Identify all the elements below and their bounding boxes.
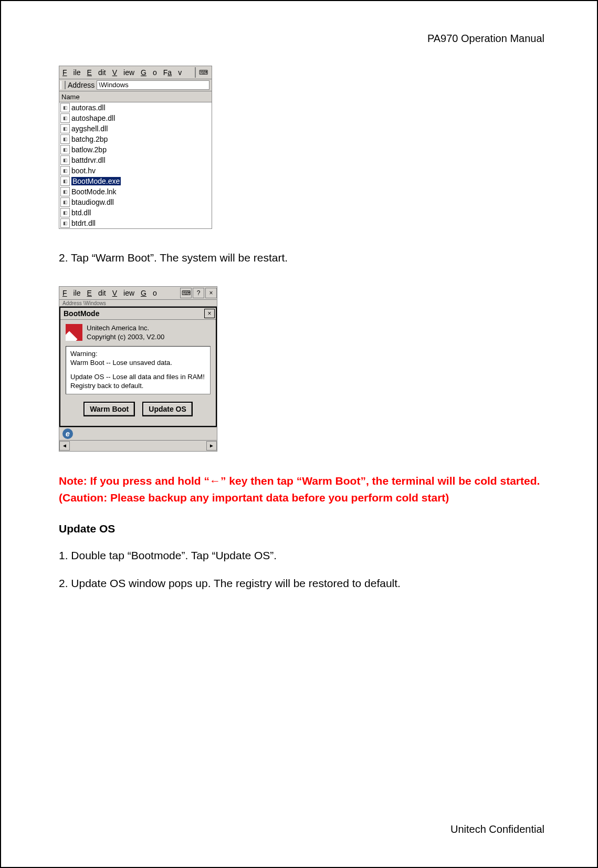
footer-text: Unitech Confidential xyxy=(450,823,544,835)
menu-view[interactable]: View xyxy=(112,289,134,297)
scroll-right-button[interactable]: ► xyxy=(206,441,217,451)
ie-icon[interactable]: e xyxy=(62,428,73,439)
dialog-title: BootMode xyxy=(64,309,99,318)
file-icon: ◧ xyxy=(60,176,70,186)
file-name: aygshell.dll xyxy=(71,124,108,133)
address-input[interactable]: \Windows xyxy=(97,80,209,90)
warm-boot-button[interactable]: Warm Boot xyxy=(83,402,135,416)
content-area: File Edit View Go Fav ⌨ Address \Windows… xyxy=(54,66,544,591)
menubar: File Edit View Go ⌨ ? × xyxy=(59,287,217,300)
menu-go[interactable]: Go xyxy=(141,68,157,77)
file-icon: ◧ xyxy=(60,218,70,228)
file-row[interactable]: ◧aygshell.dll xyxy=(59,123,212,134)
menu-fav[interactable]: Fav xyxy=(163,68,182,77)
file-row[interactable]: ◧batlow.2bp xyxy=(59,144,212,155)
file-row[interactable]: ◧autoras.dll xyxy=(59,102,212,113)
file-icon: ◧ xyxy=(60,113,70,123)
file-list: ◧autoras.dll◧autoshape.dll◧aygshell.dll◧… xyxy=(59,102,212,228)
address-bar-stub: Address \Windows xyxy=(59,300,217,307)
file-name: BootMode.lnk xyxy=(71,187,117,196)
file-name: boot.hv xyxy=(71,166,96,175)
grip-icon xyxy=(60,81,66,89)
menu-file[interactable]: File xyxy=(62,289,81,297)
document-page: PA970 Operation Manual File Edit View Go… xyxy=(0,0,598,868)
menu-view[interactable]: View xyxy=(112,68,134,77)
warning-line3: Update OS -- Lose all data and files in … xyxy=(70,373,206,391)
menu-edit[interactable]: Edit xyxy=(87,68,106,77)
menu-go[interactable]: Go xyxy=(141,289,157,297)
warning-line2: Warm Boot -- Lose unsaved data. xyxy=(70,359,206,368)
file-name: batlow.2bp xyxy=(71,145,107,154)
keyboard-icon[interactable]: ⌨ xyxy=(195,67,211,78)
file-icon: ◧ xyxy=(60,134,70,144)
address-label: Address xyxy=(68,81,95,89)
file-name: btdrt.dll xyxy=(71,219,96,227)
close-icon[interactable]: × xyxy=(205,288,217,298)
note-text: Note: If you press and hold “←” key then… xyxy=(59,473,544,507)
file-row[interactable]: ◧BootMode.lnk xyxy=(59,186,212,197)
column-header-name[interactable]: Name xyxy=(59,91,212,102)
file-name: btaudiogw.dll xyxy=(71,198,114,206)
scroll-left-button[interactable]: ◄ xyxy=(59,441,70,451)
update-os-button[interactable]: Update OS xyxy=(142,402,193,416)
file-row[interactable]: ◧batchg.2bp xyxy=(59,134,212,144)
screenshot-file-explorer: File Edit View Go Fav ⌨ Address \Windows… xyxy=(59,66,212,229)
file-icon: ◧ xyxy=(60,103,70,112)
info-row: Unitech America Inc. Copyright (c) 2003,… xyxy=(66,324,211,342)
file-name: autoras.dll xyxy=(71,103,106,112)
dialog-body: Unitech America Inc. Copyright (c) 2003,… xyxy=(60,320,216,425)
file-name: battdrvr.dll xyxy=(71,156,106,164)
spacer xyxy=(70,368,206,373)
bootmode-dialog: BootMode × Unitech America Inc. Copyrigh… xyxy=(59,307,217,426)
menu-edit[interactable]: Edit xyxy=(87,289,106,297)
file-icon: ◧ xyxy=(60,166,70,175)
keyboard-icon[interactable]: ⌨ xyxy=(180,288,192,298)
company-text: Unitech America Inc. xyxy=(87,324,164,333)
file-row[interactable]: ◧btd.dll xyxy=(59,207,212,218)
menubar: File Edit View Go Fav ⌨ xyxy=(59,66,212,79)
dialog-close-button[interactable]: × xyxy=(204,309,215,318)
file-row[interactable]: ◧btaudiogw.dll xyxy=(59,197,212,207)
section-update-os: Update OS xyxy=(59,522,544,535)
file-icon: ◧ xyxy=(60,145,70,154)
file-icon: ◧ xyxy=(60,197,70,207)
file-row[interactable]: ◧BootMode.exe xyxy=(59,176,212,186)
file-row[interactable]: ◧boot.hv xyxy=(59,165,212,176)
update-os-step2: 2. Update OS window pops up. The registr… xyxy=(59,576,544,591)
dialog-titlebar: BootMode × xyxy=(60,308,216,320)
file-name: btd.dll xyxy=(71,208,91,217)
help-icon[interactable]: ? xyxy=(193,288,204,298)
file-icon: ◧ xyxy=(60,155,70,165)
warning-box: Warning: Warm Boot -- Lose unsaved data.… xyxy=(66,346,211,394)
step-2-text: 2. Tap “Warm Boot”. The system will be r… xyxy=(59,250,544,265)
update-os-step1: 1. Double tap “Bootmode”. Tap “Update OS… xyxy=(59,548,544,563)
taskbar: e xyxy=(59,427,217,440)
screenshot-bootmode-dialog: File Edit View Go ⌨ ? × Address \Windows… xyxy=(59,286,217,451)
address-bar: Address \Windows xyxy=(59,79,212,91)
menu-file[interactable]: File xyxy=(62,68,81,77)
file-name: BootMode.exe xyxy=(71,177,121,185)
file-row[interactable]: ◧btdrt.dll xyxy=(59,218,212,228)
horizontal-scrollbar[interactable]: ◄ ► xyxy=(59,440,217,451)
info-text: Unitech America Inc. Copyright (c) 2003,… xyxy=(87,324,164,342)
file-row[interactable]: ◧autoshape.dll xyxy=(59,113,212,123)
file-row[interactable]: ◧battdrvr.dll xyxy=(59,155,212,165)
file-icon: ◧ xyxy=(60,187,70,196)
button-row: Warm Boot Update OS xyxy=(66,402,211,420)
header-title: PA970 Operation Manual xyxy=(54,33,544,45)
file-icon: ◧ xyxy=(60,208,70,217)
warning-line1: Warning: xyxy=(70,350,206,359)
copyright-text: Copyright (c) 2003, V2.00 xyxy=(87,333,164,342)
file-name: batchg.2bp xyxy=(71,135,108,143)
file-icon: ◧ xyxy=(60,124,70,133)
file-name: autoshape.dll xyxy=(71,114,115,122)
unitech-logo-icon xyxy=(66,324,82,341)
